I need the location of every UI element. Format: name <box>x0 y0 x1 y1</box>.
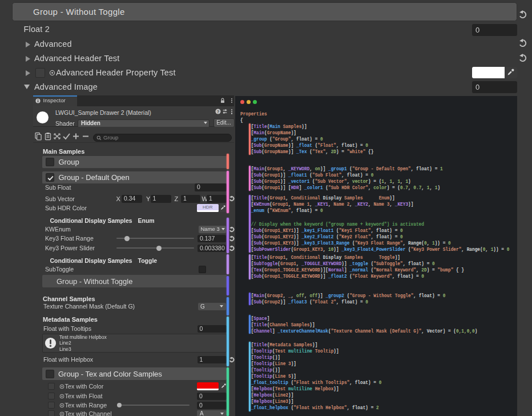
svg-text:?: ? <box>216 109 219 114</box>
